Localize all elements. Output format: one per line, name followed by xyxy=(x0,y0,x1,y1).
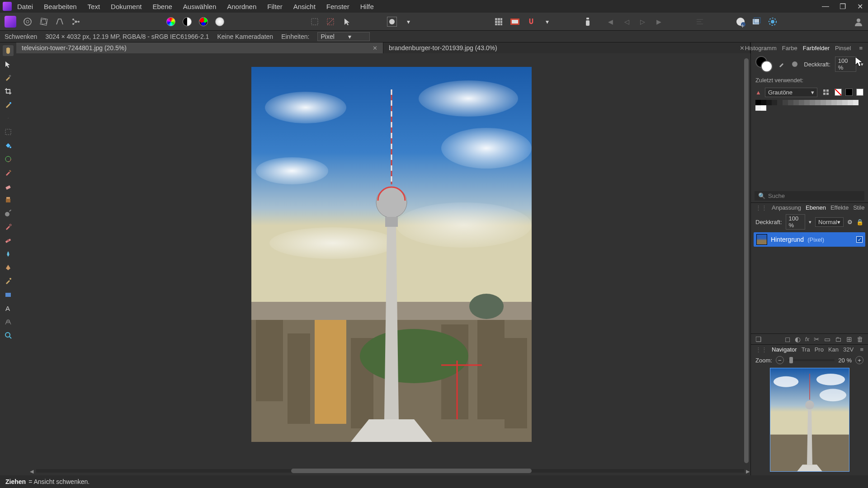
menu-document[interactable]: Dokument xyxy=(111,3,142,10)
zoom-slider[interactable] xyxy=(788,359,835,361)
swatch[interactable] xyxy=(772,100,777,105)
swatch[interactable] xyxy=(761,100,766,105)
swatch[interactable] xyxy=(837,100,842,105)
swatch[interactable] xyxy=(810,100,815,105)
paint-brush-tool-icon[interactable] xyxy=(3,167,14,178)
account-icon[interactable] xyxy=(854,17,863,27)
swatch-grid[interactable] xyxy=(751,99,868,112)
menu-edit[interactable]: Bearbeiten xyxy=(44,3,77,10)
order-back-icon[interactable]: ◀ xyxy=(605,17,615,27)
group-layer-icon[interactable]: ▭ xyxy=(824,335,830,343)
swatch[interactable] xyxy=(755,105,761,111)
menu-text[interactable]: Text xyxy=(88,3,100,10)
menu-select[interactable]: Auswählen xyxy=(183,3,216,10)
close-button[interactable]: ✕ xyxy=(854,2,865,11)
clone-tool-icon[interactable] xyxy=(3,194,14,205)
align-icon[interactable] xyxy=(695,17,705,27)
zoom-in-button[interactable]: + xyxy=(855,356,863,364)
scroll-left-icon[interactable]: ◀ xyxy=(30,469,33,474)
flood-fill-tool-icon[interactable] xyxy=(3,140,14,151)
swatch[interactable] xyxy=(761,105,766,111)
tab-brushes[interactable]: Pinsel xyxy=(835,45,851,52)
color-rgb-icon[interactable] xyxy=(198,17,208,27)
menu-layer[interactable]: Ebene xyxy=(152,3,172,10)
tab-layers[interactable]: Ebenen xyxy=(806,204,826,211)
palette-grid-icon[interactable] xyxy=(821,87,831,97)
swatch[interactable] xyxy=(799,100,804,105)
menu-help[interactable]: Hilfe xyxy=(360,3,374,10)
color-bw-icon[interactable] xyxy=(182,17,192,27)
add-layer-icon[interactable]: ⊞ xyxy=(846,335,852,343)
opacity-value[interactable]: 100 % xyxy=(835,56,856,72)
assets-icon[interactable] xyxy=(510,17,520,27)
palette-select[interactable]: Grautöne▾ xyxy=(765,88,817,97)
order-backward-icon[interactable]: ◁ xyxy=(622,17,632,27)
swatch[interactable] xyxy=(831,100,837,105)
swatch[interactable] xyxy=(815,100,821,105)
tab-transform[interactable]: Tra xyxy=(802,346,810,353)
develop-persona-icon[interactable] xyxy=(39,17,49,27)
layer-visible-checkbox[interactable]: ✓ xyxy=(856,236,863,243)
no-color-icon[interactable] xyxy=(791,59,800,69)
marquee-tool-icon[interactable]: • xyxy=(3,113,14,124)
menu-filter[interactable]: Filter xyxy=(267,3,282,10)
tab-32v[interactable]: 32V xyxy=(843,346,854,353)
crop-doc-icon[interactable] xyxy=(751,17,761,27)
zoom-value[interactable]: 20 % xyxy=(838,357,852,364)
tab-effects[interactable]: Effekte xyxy=(830,204,849,211)
tab-close-icon[interactable]: ✕ xyxy=(740,45,745,52)
order-front-icon[interactable]: ▶ xyxy=(654,17,664,27)
document-tab-2[interactable]: brandenburger-tor-201939.jpg (43.0%) ✕ xyxy=(383,42,750,53)
color-picker-tool-icon[interactable] xyxy=(3,72,14,83)
blend-mode-select[interactable]: Normal▾ xyxy=(815,217,844,227)
restore-button[interactable]: ❐ xyxy=(837,2,848,11)
tab-color[interactable]: Farbe xyxy=(782,45,797,52)
grid-view-icon[interactable] xyxy=(494,17,504,27)
layer-row[interactable]: Hintergrund (Pixel) ✓ xyxy=(754,232,865,247)
menu-window[interactable]: Fenster xyxy=(326,3,349,10)
white-swatch[interactable] xyxy=(856,89,863,96)
layer-stack-icon[interactable]: ❏ xyxy=(755,335,761,343)
selection-brush-tool-icon[interactable] xyxy=(3,99,14,110)
swatch[interactable] xyxy=(788,100,793,105)
swatch[interactable] xyxy=(826,100,831,105)
folder-icon[interactable]: 🗀 xyxy=(835,335,842,343)
selection-none-icon[interactable] xyxy=(310,17,320,27)
fx-layer-icon[interactable]: fx xyxy=(805,336,809,343)
swatch[interactable] xyxy=(848,100,853,105)
panel-menu-icon[interactable]: ≡ xyxy=(860,346,863,353)
gradient-tool-icon[interactable] xyxy=(3,154,14,164)
snapping-icon[interactable] xyxy=(526,17,536,27)
black-swatch[interactable] xyxy=(845,89,853,96)
menu-file[interactable]: Datei xyxy=(17,3,33,10)
swatch[interactable] xyxy=(853,100,859,105)
color-format-icon[interactable] xyxy=(166,17,176,27)
lock-icon[interactable]: 🔒 xyxy=(856,219,863,225)
layer-opacity-dropdown-icon[interactable]: ▾ xyxy=(809,219,811,225)
navigator-preview[interactable] xyxy=(770,368,849,472)
snapping-dropdown-icon[interactable]: ▾ xyxy=(542,17,552,27)
hand-tool-icon[interactable] xyxy=(3,45,14,56)
info-icon[interactable] xyxy=(583,17,593,27)
tab-swatches[interactable]: Farbfelder xyxy=(803,45,830,52)
swatch[interactable] xyxy=(783,100,788,105)
text-tool-icon[interactable]: A xyxy=(3,303,14,314)
swatch[interactable] xyxy=(842,100,848,105)
crop-layer-icon[interactable]: ✂ xyxy=(814,335,820,343)
erase-tool-icon[interactable] xyxy=(3,181,14,192)
horizontal-scrollbar[interactable] xyxy=(36,467,744,474)
swatch[interactable] xyxy=(804,100,810,105)
delete-layer-icon[interactable]: 🗑 xyxy=(857,335,863,343)
color-selector[interactable] xyxy=(755,56,773,72)
dropdown-arrow-icon[interactable]: ▾ xyxy=(403,17,413,27)
none-swatch[interactable] xyxy=(835,89,842,96)
swatch[interactable] xyxy=(777,100,783,105)
tab-navigator[interactable]: Navigator xyxy=(772,346,797,353)
blur-tool-icon[interactable] xyxy=(3,249,14,259)
tone-map-persona-icon[interactable] xyxy=(55,17,65,27)
layer-opacity-value[interactable]: 100 % xyxy=(786,214,806,230)
perspective-tool-icon[interactable] xyxy=(3,316,14,327)
tab-close-icon[interactable]: ✕ xyxy=(373,45,377,52)
opacity-dropdown-icon[interactable]: ▾ xyxy=(861,61,863,67)
photo-persona-icon[interactable] xyxy=(5,16,16,28)
